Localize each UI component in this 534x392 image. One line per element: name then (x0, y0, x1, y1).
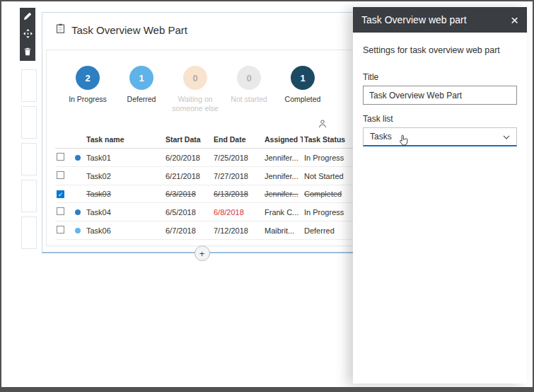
row-checkbox[interactable] (57, 207, 64, 215)
cell-assigned-to: Jennifer... (263, 149, 303, 167)
panel-title: Task Overview web part (361, 14, 467, 25)
cell-start-date: 6/7/2018 (164, 221, 212, 240)
close-icon[interactable]: × (511, 13, 518, 27)
add-webpart-button[interactable]: + (195, 246, 210, 261)
header-task-name[interactable]: Task name (85, 132, 164, 149)
cell-task-name: Task04 (85, 203, 164, 221)
title-field-label: Title (363, 72, 517, 82)
status-circle-count: 1 (291, 66, 315, 90)
header-assigned-to[interactable]: Assigned T... (263, 132, 303, 149)
webpart-content: 2In Progress1Deferred0Waiting on someone… (46, 50, 358, 246)
header-end-date[interactable]: End Date (212, 132, 263, 149)
header-checkbox-col (55, 132, 74, 149)
status-circle-label: In Progress (61, 95, 115, 104)
cell-end-date: 7/25/2018 (212, 149, 263, 167)
webpart-header: Task Overview Web Part (42, 13, 361, 36)
row-checkbox[interactable] (57, 171, 64, 179)
cell-start-date: 6/21/2018 (164, 167, 212, 185)
panel-subtitle: Settings for task overview web part (363, 45, 517, 55)
status-circle-label: Waiting on someone else (168, 95, 222, 113)
task-list-field: Task list Tasks (363, 114, 517, 146)
task-row[interactable]: Task066/7/20187/12/2018Maibrit...Deferre… (55, 221, 358, 240)
placeholder-box (21, 143, 37, 175)
task-row[interactable]: Task046/5/20186/8/2018Frank C...In Progr… (55, 203, 358, 221)
task-table-body: Task016/20/20187/25/2018Jennifer...In Pr… (55, 149, 358, 240)
task-row[interactable]: Task026/21/20187/27/2018Jennifer...Not S… (55, 167, 358, 185)
screen: Task Overview Web Part 2In Progress1Defe… (0, 0, 534, 392)
status-circle-label: Not started (222, 95, 276, 104)
cell-task-name: Task06 (85, 221, 164, 240)
status-circle-label: Completed (276, 95, 330, 104)
clipboard-icon (55, 23, 66, 36)
move-icon (23, 28, 33, 41)
table-header-row: Task name Start Data End Date Assigned T… (55, 132, 358, 149)
cell-task-name: Task01 (85, 149, 164, 167)
cell-task-status: In Progress (303, 149, 358, 167)
cursor-hand-icon (399, 134, 409, 149)
status-circle-count: 0 (183, 66, 207, 90)
placeholder-box (21, 217, 37, 249)
cell-end-date: 6/13/2018 (212, 185, 263, 203)
cell-task-name: Task02 (85, 167, 164, 185)
cell-assigned-to: Jennifer... (263, 185, 303, 203)
cell-task-status: In Progress (303, 203, 358, 221)
cell-start-date: 6/3/2018 (164, 185, 212, 203)
move-webpart-button[interactable] (20, 25, 35, 43)
cell-end-date: 7/27/2018 (212, 167, 263, 185)
task-overview-webpart[interactable]: Task Overview Web Part 2In Progress1Defe… (42, 12, 362, 253)
task-row[interactable]: Task016/20/20187/25/2018Jennifer...In Pr… (55, 149, 358, 167)
cell-assigned-to: Jennifer... (263, 167, 303, 185)
status-circle[interactable]: 0Not started (222, 66, 276, 113)
chevron-down-icon (503, 132, 510, 142)
row-checkbox[interactable]: ✓ (57, 190, 64, 198)
task-table: Task name Start Data End Date Assigned T… (55, 132, 358, 240)
status-dot (75, 209, 81, 215)
cell-task-status: Not Started (303, 167, 358, 185)
placeholder-box (21, 106, 37, 139)
person-filter-row (47, 119, 357, 132)
cell-task-status: Completed (303, 185, 358, 203)
header-task-status[interactable]: Task Status (303, 132, 358, 149)
cell-assigned-to: Maibrit... (263, 221, 303, 240)
webpart-title: Task Overview Web Part (71, 24, 187, 36)
task-list-dropdown[interactable]: Tasks (363, 127, 517, 146)
title-input[interactable] (363, 86, 517, 105)
panel-header: Task Overview web part × (353, 7, 527, 33)
cell-task-status: Deferred (303, 221, 358, 240)
task-row[interactable]: ✓Task036/3/20186/13/2018Jennifer...Compl… (55, 185, 358, 203)
header-dot-col (74, 132, 85, 149)
cell-end-date: 7/12/2018 (212, 221, 263, 240)
status-circle[interactable]: 2In Progress (61, 66, 115, 113)
status-circle[interactable]: 1Deferred (115, 66, 168, 113)
status-circle-label: Deferred (115, 95, 168, 104)
person-icon[interactable] (318, 119, 327, 131)
row-checkbox[interactable] (57, 153, 64, 161)
placeholder-box (21, 69, 37, 102)
status-dot (75, 155, 81, 161)
pencil-icon (23, 11, 32, 23)
status-circle-count: 1 (129, 66, 153, 90)
delete-webpart-button[interactable] (20, 43, 35, 61)
title-field: Title (363, 72, 517, 105)
status-circle[interactable]: 0Waiting on someone else (168, 66, 222, 113)
cell-assigned-to: Frank C... (263, 203, 303, 221)
header-start-date[interactable]: Start Data (164, 132, 212, 149)
placeholder-box (21, 180, 37, 212)
settings-panel: Task Overview web part × Settings for ta… (353, 7, 527, 384)
status-summary: 2In Progress1Deferred0Waiting on someone… (47, 50, 357, 113)
cell-task-name: Task03 (85, 185, 164, 203)
trash-icon (23, 46, 32, 59)
status-circle-count: 0 (237, 66, 261, 90)
task-list-field-label: Task list (363, 114, 517, 124)
row-checkbox[interactable] (57, 226, 64, 234)
cell-start-date: 6/20/2018 (164, 149, 212, 167)
edit-webpart-button[interactable] (20, 8, 35, 25)
task-list-selected-value: Tasks (370, 132, 392, 142)
status-dot (75, 228, 81, 234)
status-circle-count: 2 (76, 66, 100, 90)
status-circle[interactable]: 1Completed (276, 66, 330, 113)
panel-body: Settings for task overview web part Titl… (353, 45, 527, 146)
webpart-toolbar (20, 8, 35, 61)
cell-start-date: 6/5/2018 (164, 203, 212, 221)
cell-end-date: 6/8/2018 (212, 203, 263, 221)
